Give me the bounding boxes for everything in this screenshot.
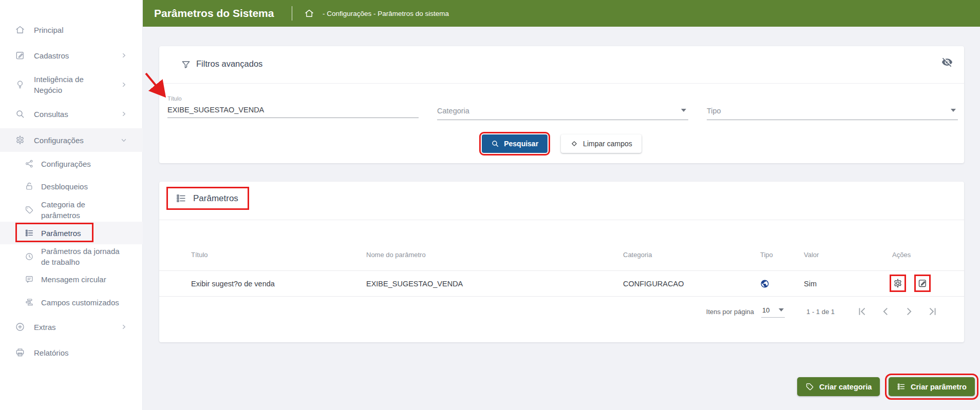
sidebar: Principal Cadastros Inteligência de Negó…	[0, 0, 143, 410]
header-divider	[292, 6, 292, 21]
row-settings-icon[interactable]	[892, 277, 903, 289]
sidebar-item-extras[interactable]: Extras	[0, 320, 143, 334]
first-page-icon[interactable]	[855, 305, 869, 318]
sidebar-subitem-categoria-de-parametros[interactable]: Categoria de parâmetros	[0, 198, 143, 222]
caret-down-icon	[779, 308, 784, 311]
sidebar-item-label: Consultas	[34, 109, 68, 120]
sidebar-subitem-label: Desbloqueios	[41, 181, 123, 192]
stack-icon	[24, 297, 34, 307]
params-card-title: Parâmetros	[193, 193, 238, 204]
previous-page-icon[interactable]	[879, 305, 892, 318]
criar-parametro-label: Criar parâmetro	[911, 383, 967, 391]
filters-card-header: Filtros avançados	[159, 46, 964, 84]
filter-fields-row: Título Categoria Tipo	[167, 95, 958, 120]
tag-icon	[805, 382, 814, 391]
globe-icon	[760, 279, 804, 288]
list-icon	[897, 382, 906, 391]
chevron-right-icon	[120, 81, 127, 88]
row-edit-icon[interactable]	[917, 277, 928, 289]
items-per-page-select[interactable]: 10	[761, 305, 785, 318]
criar-parametro-button[interactable]: Criar parâmetro	[889, 377, 975, 396]
categoria-field: Categoria	[437, 95, 688, 120]
params-card: Parâmetros Título Nome do parâmetro Cate…	[159, 182, 964, 342]
chevron-right-icon	[120, 323, 127, 330]
sidebar-item-label: Extras	[34, 322, 56, 333]
clock-icon	[24, 251, 34, 262]
table-header-row: Título Nome do parâmetro Categoria Tipo …	[159, 239, 964, 271]
pagination: Itens por página 10 1 - 1 de 1	[706, 303, 939, 320]
unlock-icon	[24, 181, 34, 191]
sidebar-subitem-parametros-jornada[interactable]: Parâmetros da jornada de trabalho	[0, 245, 143, 268]
sidebar-subitem-desbloqueios[interactable]: Desbloqueios	[0, 179, 143, 193]
col-categoria: Categoria	[623, 251, 760, 259]
list-icon	[24, 228, 34, 238]
edit-icon	[14, 50, 26, 61]
cell-categoria: CONFIGURACAO	[623, 280, 760, 288]
chevron-right-icon	[120, 52, 127, 59]
criar-categoria-button[interactable]: Criar categoria	[797, 377, 880, 396]
cell-valor: Sim	[804, 280, 892, 288]
sidebar-item-consultas[interactable]: Consultas	[0, 107, 143, 121]
titulo-field: Título	[167, 95, 419, 120]
message-icon	[24, 274, 34, 284]
cell-titulo: Exibir sugest?o de venda	[191, 280, 366, 288]
sidebar-item-label: Inteligência de Negócio	[34, 74, 106, 95]
params-card-header: Parâmetros	[166, 187, 249, 210]
items-per-page-value: 10	[762, 306, 769, 314]
sidebar-subitem-parametros[interactable]: Parâmetros	[0, 222, 143, 244]
share-nodes-icon	[24, 159, 34, 169]
limpar-campos-button[interactable]: Limpar campos	[561, 134, 642, 153]
sidebar-item-configuracoes[interactable]: Configurações	[0, 128, 143, 152]
next-page-icon[interactable]	[902, 305, 916, 318]
criar-categoria-label: Criar categoria	[819, 383, 872, 391]
sidebar-subitem-label: Mensagem circular	[41, 274, 123, 285]
pesquisar-button-label: Pesquisar	[504, 140, 538, 148]
chevron-down-icon	[120, 136, 127, 144]
sidebar-subitem-configuracoes[interactable]: Configurações	[0, 157, 143, 171]
table-row: Exibir sugest?o de venda EXIBE_SUGESTAO_…	[159, 271, 964, 297]
filters-card: Filtros avançados Título Categoria T	[159, 46, 964, 163]
search-icon	[491, 140, 499, 148]
sidebar-item-cadastros[interactable]: Cadastros	[0, 48, 143, 63]
card-divider	[159, 220, 964, 220]
sidebar-subitem-label: Configurações	[41, 159, 123, 169]
cell-nome: EXIBE_SUGESTAO_VENDA	[366, 280, 623, 288]
categoria-select[interactable]: Categoria	[437, 105, 688, 120]
list-icon	[176, 193, 186, 204]
sidebar-item-label: Configurações	[34, 135, 84, 146]
sidebar-subitem-label: Campos customizados	[41, 297, 123, 308]
tipo-select[interactable]: Tipo	[707, 105, 958, 120]
sidebar-subitem-campos-customizados[interactable]: Campos customizados	[0, 295, 143, 309]
tag-icon	[24, 205, 34, 215]
sidebar-subitem-label: Parâmetros da jornada de trabalho	[41, 246, 122, 267]
cell-acoes	[892, 277, 964, 290]
cell-tipo	[760, 279, 804, 288]
col-tipo: Tipo	[760, 251, 804, 259]
caret-down-icon	[951, 109, 956, 112]
breadcrumb-home-icon[interactable]	[304, 8, 314, 18]
eye-off-icon[interactable]	[941, 56, 953, 68]
pesquisar-button[interactable]: Pesquisar	[482, 134, 548, 153]
pagination-range: 1 - 1 de 1	[806, 308, 835, 316]
limpar-campos-button-label: Limpar campos	[583, 140, 632, 148]
categoria-select-label: Categoria	[437, 107, 469, 115]
tipo-field: Tipo	[707, 95, 958, 120]
breadcrumb: - Configurações - Parâmetros do sistema	[323, 10, 449, 17]
filters-card-title: Filtros avançados	[196, 59, 262, 69]
diamond-clear-icon	[570, 140, 578, 148]
lightbulb-icon	[14, 79, 26, 90]
sidebar-item-inteligencia-de-negocio[interactable]: Inteligência de Negócio	[0, 73, 143, 96]
sidebar-item-label: Cadastros	[34, 50, 69, 61]
gear-icon	[14, 134, 26, 146]
titulo-input[interactable]	[167, 106, 419, 118]
sidebar-subitem-mensagem-circular[interactable]: Mensagem circular	[0, 272, 143, 286]
sidebar-item-principal[interactable]: Principal	[0, 23, 143, 37]
last-page-icon[interactable]	[926, 305, 939, 318]
col-valor: Valor	[804, 251, 892, 259]
col-titulo: Título	[191, 251, 366, 259]
filter-buttons-row: Pesquisar Limpar campos	[159, 134, 964, 153]
items-per-page-label: Itens por página	[706, 308, 754, 316]
filter-funnel-icon	[181, 60, 191, 70]
tipo-select-label: Tipo	[707, 107, 721, 115]
sidebar-item-relatorios[interactable]: Relatórios	[0, 345, 143, 360]
